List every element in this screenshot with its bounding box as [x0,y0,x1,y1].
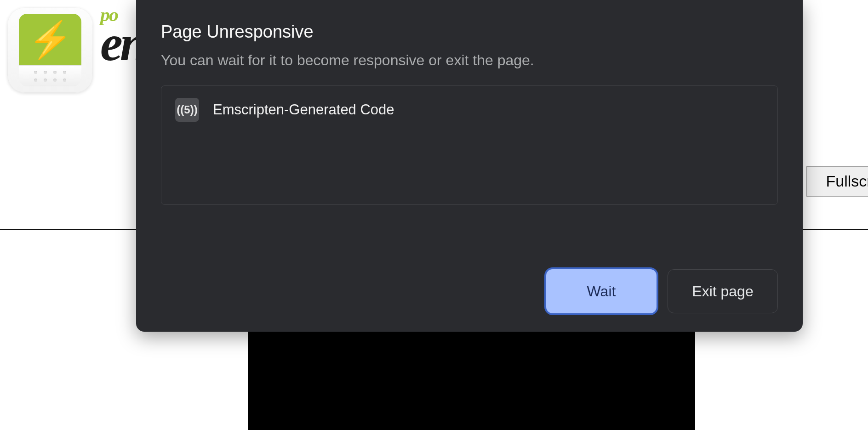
broadcast-icon: ((5)) [175,98,199,122]
favicon-label: ((5)) [177,103,197,116]
unresponsive-page-list: ((5)) Emscripten-Generated Code [161,85,778,205]
app-logo: ⚡ [7,7,93,93]
page-unresponsive-dialog: Page Unresponsive You can wait for it to… [136,0,803,332]
logo-top-panel: ⚡ [19,14,81,65]
lightning-bolt-icon: ⚡ [28,22,73,57]
fullscreen-button[interactable]: Fullscreen [806,166,868,197]
unresponsive-page-title: Emscripten-Generated Code [213,102,394,118]
unresponsive-page-row: ((5)) Emscripten-Generated Code [175,98,764,122]
logo-bottom-panel [19,65,81,86]
dialog-title: Page Unresponsive [161,22,778,42]
wait-button[interactable]: Wait [546,269,657,313]
dialog-button-row: Wait Exit page [161,251,778,313]
dialog-message: You can wait for it to become responsive… [161,52,778,69]
exit-page-button[interactable]: Exit page [668,269,778,313]
